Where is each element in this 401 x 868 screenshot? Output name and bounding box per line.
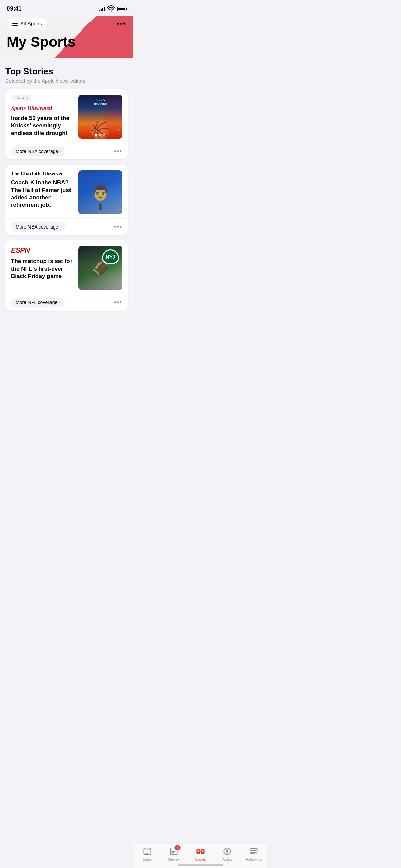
card-headline-3: The matchup is set for the NFL's first-e…: [11, 258, 74, 280]
news-plus-badge:  News+: [11, 95, 32, 101]
card-text-3: ESPN The matchup is set for the NFL's fi…: [11, 246, 74, 280]
section-subtitle: Selected by the Apple News editors.: [5, 78, 128, 84]
more-nba-coverage-btn-2[interactable]: More NBA coverage ›: [11, 222, 65, 232]
svg-point-0: [111, 11, 112, 12]
si-cover-art: 🏀 Sports Illustrated SI: [78, 95, 122, 139]
more-options-button[interactable]: •••: [117, 20, 126, 27]
more-nfl-coverage-btn[interactable]: More NFL coverage ›: [11, 298, 65, 307]
hamburger-icon: [12, 22, 18, 26]
card-footer-2: More NBA coverage › •••: [5, 218, 128, 235]
source-logo-charlotte: The Charlotte Observer: [11, 170, 74, 176]
card-headline-2: Coach K in the NBA? The Hall of Famer ju…: [11, 179, 74, 209]
chevron-icon-3: ›: [59, 300, 60, 305]
status-time: 09:41: [7, 5, 21, 12]
card-image-3: NYJ 🏈: [78, 246, 122, 290]
card-options-btn-1[interactable]: •••: [114, 148, 122, 155]
card-image-1: 🏀 Sports Illustrated SI: [78, 95, 122, 139]
card-footer-3: More NFL coverage › •••: [5, 294, 128, 311]
chevron-icon: ›: [59, 149, 61, 154]
news-plus-label: News+: [16, 96, 29, 100]
all-sports-label: All Sports: [20, 21, 42, 26]
battery-icon: [117, 7, 126, 11]
header-nav: All Sports •••: [7, 18, 126, 29]
wifi-icon: [107, 5, 115, 13]
section-title: Top Stories: [5, 66, 128, 77]
card-body-2: The Charlotte Observer Coach K in the NB…: [5, 165, 128, 218]
apple-icon: : [14, 96, 15, 100]
page-title: My Sports: [7, 34, 126, 50]
signal-icon: [99, 6, 105, 11]
news-card-1[interactable]:  News+ Sports Illustrated Inside 50 yea…: [5, 89, 128, 159]
source-logo-espn: ESPN: [11, 246, 74, 255]
chevron-icon-2: ›: [59, 224, 61, 229]
card-image-2: 👨: [78, 170, 122, 214]
card-footer-1: More NBA coverage › •••: [5, 143, 128, 159]
card-text-1:  News+ Sports Illustrated Inside 50 yea…: [11, 95, 74, 137]
card-options-btn-2[interactable]: •••: [114, 223, 122, 231]
status-bar: 09:41: [0, 0, 133, 16]
card-text-2: The Charlotte Observer Coach K in the NB…: [11, 170, 74, 209]
news-card-3[interactable]: ESPN The matchup is set for the NFL's fi…: [5, 240, 128, 311]
card-image-wrap-1: 🏀 Sports Illustrated SI: [78, 95, 122, 139]
main-content: Top Stories Selected by the Apple News e…: [0, 58, 133, 347]
card-headline-1: Inside 50 years of the Knicks' seemingly…: [11, 115, 74, 137]
card-options-btn-3[interactable]: •••: [114, 299, 122, 306]
news-card-2[interactable]: The Charlotte Observer Coach K in the NB…: [5, 165, 128, 235]
source-logo-si: Sports Illustrated: [11, 105, 74, 112]
status-icons: [99, 5, 126, 13]
card-body-3: ESPN The matchup is set for the NFL's fi…: [5, 240, 128, 294]
card-body-1:  News+ Sports Illustrated Inside 50 yea…: [5, 89, 128, 143]
more-nba-coverage-btn-1[interactable]: More NBA coverage ›: [11, 146, 65, 156]
pagination-dots: [95, 134, 106, 136]
all-sports-button[interactable]: All Sports: [7, 18, 47, 29]
header: All Sports ••• My Sports: [0, 16, 133, 58]
